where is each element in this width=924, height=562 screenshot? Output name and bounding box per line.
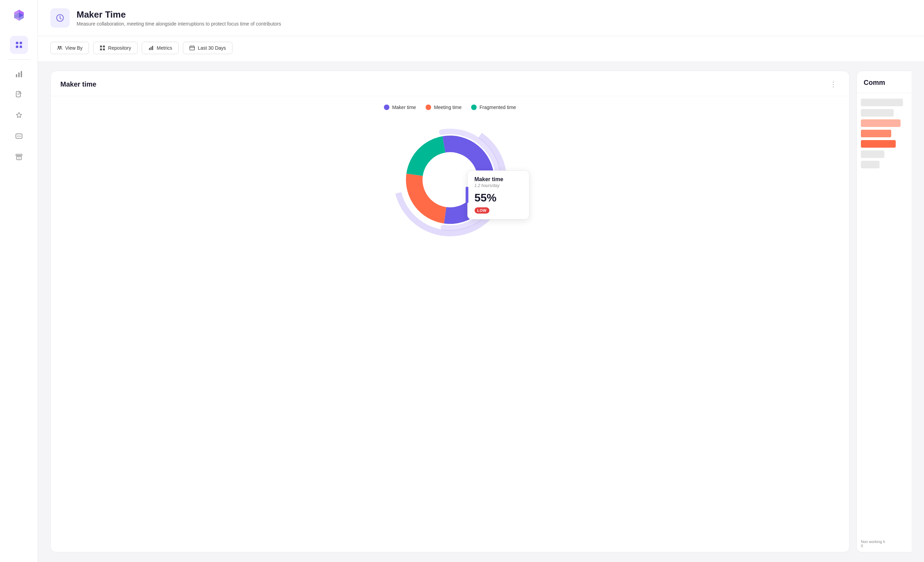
sidebar: [0, 0, 38, 562]
metrics-button[interactable]: Metrics: [142, 42, 178, 54]
fragmented-time-dot: [471, 105, 477, 110]
svg-rect-6: [21, 71, 22, 77]
sidebar-item-dashboard[interactable]: [10, 36, 28, 54]
tooltip-badge: LOW: [475, 207, 489, 213]
tooltip-indicator: [466, 186, 468, 203]
svg-rect-0: [16, 42, 18, 44]
chart-tooltip: Maker time 1.2 hours/day 55% LOW: [467, 170, 530, 219]
card-title: Maker time: [60, 80, 97, 88]
app-logo[interactable]: [11, 7, 27, 25]
svg-point-10: [18, 135, 20, 137]
meeting-time-legend-item: Meeting time: [426, 105, 462, 110]
header-text: Maker Time Measure collaboration, meetin…: [76, 9, 281, 27]
comm-card-header: Comm: [857, 71, 912, 93]
comm-footer-value: 0: [861, 544, 908, 548]
tooltip-subtitle: 1.2 hours/day: [475, 183, 522, 188]
comm-card-bars: [857, 93, 912, 174]
repository-label: Repository: [108, 45, 131, 51]
sidebar-item-achievements[interactable]: [10, 107, 28, 125]
makertime-card: Maker time ⋮ Maker time Meeting time: [50, 71, 849, 552]
svg-rect-23: [152, 46, 153, 50]
tooltip-percentage: 55%: [475, 191, 522, 204]
page-title: Maker Time: [76, 9, 281, 20]
comm-bar-4: [861, 130, 891, 137]
page-header: Maker Time Measure collaboration, meetin…: [38, 0, 924, 36]
sidebar-item-messages[interactable]: [10, 127, 28, 145]
maker-time-dot: [384, 105, 389, 110]
fragmented-time-legend-label: Fragmented time: [479, 105, 516, 110]
comm-bar-1: [861, 99, 903, 106]
svg-rect-20: [103, 49, 105, 51]
svg-point-9: [17, 135, 18, 137]
maker-time-legend-label: Maker time: [392, 105, 416, 110]
svg-rect-22: [151, 47, 152, 50]
tooltip-title: Maker time: [475, 176, 522, 182]
repository-button[interactable]: Repository: [93, 42, 138, 54]
comm-card-title: Comm: [864, 79, 885, 86]
donut-chart: Maker time 1.2 hours/day 55% LOW: [392, 121, 509, 238]
svg-rect-18: [103, 45, 105, 48]
svg-rect-1: [20, 42, 22, 44]
svg-point-15: [58, 46, 60, 48]
svg-rect-24: [190, 46, 195, 50]
svg-rect-2: [16, 45, 18, 48]
header-icon-box: [50, 8, 70, 28]
comm-bar-6: [861, 150, 884, 158]
content-area: Maker time ⋮ Maker time Meeting time: [38, 61, 924, 562]
svg-rect-3: [20, 45, 22, 48]
svg-rect-17: [100, 45, 102, 48]
maker-time-legend-item: Maker time: [384, 105, 416, 110]
comm-bar-2: [861, 109, 894, 117]
fragmented-time-legend-item: Fragmented time: [471, 105, 516, 110]
svg-rect-12: [16, 154, 22, 156]
comm-bar-3: [861, 119, 900, 127]
comm-bar-7: [861, 161, 879, 168]
meeting-time-legend-label: Meeting time: [434, 105, 462, 110]
chart-legend: Maker time Meeting time Fragmented time: [384, 105, 516, 110]
comm-footer: Non working h 0: [857, 535, 912, 552]
view-by-label: View By: [65, 45, 82, 51]
last30-label: Last 30 Days: [198, 45, 226, 51]
sidebar-item-analytics[interactable]: [10, 65, 28, 83]
svg-rect-19: [100, 49, 102, 51]
sidebar-item-archive[interactable]: [10, 148, 28, 166]
last30-button[interactable]: Last 30 Days: [183, 42, 232, 54]
svg-rect-5: [18, 72, 20, 77]
svg-point-11: [20, 135, 21, 137]
sidebar-divider-1: [8, 59, 30, 60]
svg-point-16: [60, 46, 62, 48]
view-by-button[interactable]: View By: [50, 42, 89, 54]
metrics-label: Metrics: [157, 45, 172, 51]
comm-card-partial: Comm Non working h 0: [856, 71, 912, 552]
svg-rect-21: [149, 48, 150, 50]
card-menu-button[interactable]: ⋮: [827, 79, 840, 90]
comm-footer-label: Non working h: [861, 539, 908, 544]
toolbar: View By Repository Metrics La: [38, 36, 924, 61]
meeting-time-dot: [426, 105, 431, 110]
card-header: Maker time ⋮: [51, 71, 849, 96]
sidebar-item-documents[interactable]: [10, 86, 28, 104]
comm-bar-5: [861, 140, 896, 148]
svg-rect-4: [16, 74, 17, 77]
page-subtitle: Measure collaboration, meeting time alon…: [76, 21, 281, 27]
main-area: Maker Time Measure collaboration, meetin…: [38, 0, 924, 562]
card-body: Maker time Meeting time Fragmented time: [51, 96, 849, 552]
